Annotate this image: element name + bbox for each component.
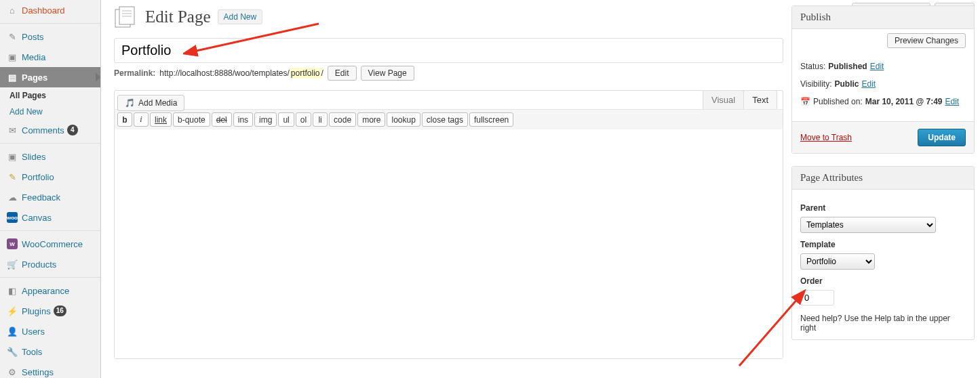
appearance-icon: ◧ [7, 285, 18, 296]
sidebar-pages-submenu: All Pages Add New [0, 87, 100, 120]
move-to-trash-link[interactable]: Move to Trash [800, 133, 852, 142]
toolbar-closetags-button[interactable]: close tags [422, 112, 468, 127]
plug-icon: ⚡ [7, 306, 18, 316]
page-title: Edit Page [145, 7, 211, 26]
toolbar-lookup-button[interactable]: lookup [387, 112, 420, 127]
permalink-url: http://localhost:8888/woo/templates/port… [159, 68, 324, 78]
slides-icon: ▣ [7, 151, 18, 162]
publish-box: Publish Preview Changes Status: Publishe… [791, 5, 975, 154]
permalink-row: Permalink: http://localhost:8888/woo/tem… [114, 66, 783, 81]
sidebar-subitem-add-new[interactable]: Add New [8, 104, 100, 120]
date-edit-link[interactable]: Edit [945, 97, 960, 106]
media-icon: ▣ [7, 51, 18, 62]
sidebar-item-pages[interactable]: ▤Pages [0, 67, 100, 87]
bubble-icon: ☁ [7, 192, 18, 203]
tab-visual[interactable]: Visual [703, 90, 744, 109]
sidebar-item-users[interactable]: 👤Users [0, 321, 100, 341]
sidebar-item-comments[interactable]: ✉Comments4 [0, 120, 100, 140]
pin-icon: ✎ [7, 31, 18, 42]
toolbar-bold-button[interactable]: b [117, 112, 132, 127]
page-attributes-help: Need help? Use the Help tab in the upper… [800, 314, 966, 333]
sidebar-item-tools[interactable]: 🔧Tools [0, 341, 100, 362]
plugins-count-badge: 16 [54, 306, 66, 316]
calendar-icon: 📅 [800, 97, 810, 106]
status-row: Status: Published Edit [800, 62, 966, 71]
toolbar-link-button[interactable]: link [150, 112, 172, 127]
sidebar-item-slides[interactable]: ▣Slides [0, 146, 100, 167]
post-title-input[interactable] [114, 38, 783, 63]
sidebar-item-feedback[interactable]: ☁Feedback [0, 187, 100, 207]
permalink-label: Permalink: [114, 68, 155, 78]
cart-icon: 🛒 [7, 259, 18, 270]
preview-changes-button[interactable]: Preview Changes [887, 33, 966, 48]
toolbar-fullscreen-button[interactable]: fullscreen [469, 112, 513, 127]
published-row: 📅Published on: Mar 10, 2011 @ 7:49 Edit [800, 97, 966, 106]
visibility-row: Visibility: Public Edit [800, 79, 966, 89]
visibility-edit-link[interactable]: Edit [861, 79, 876, 89]
media-icon: 🎵 [125, 98, 135, 108]
toolbar-ins-button[interactable]: ins [233, 112, 253, 127]
sidebar-item-products[interactable]: 🛒Products [0, 254, 100, 274]
order-input[interactable] [800, 290, 834, 306]
toolbar-bquote-button[interactable]: b-quote [173, 112, 210, 127]
toolbar-ol-button[interactable]: ol [296, 112, 311, 127]
sidebar-item-plugins[interactable]: ⚡Plugins16 [0, 301, 100, 321]
sidebar-item-portfolio[interactable]: ✎Portfolio [0, 167, 100, 187]
woo-icon: W [7, 238, 18, 249]
toolbar-li-button[interactable]: li [313, 112, 328, 127]
permalink-edit-button[interactable]: Edit [328, 66, 357, 81]
view-page-button[interactable]: View Page [361, 66, 414, 81]
admin-sidebar: ⌂Dashboard ✎Posts ▣Media ▤Pages All Page… [0, 0, 101, 378]
sidebar-item-dashboard[interactable]: ⌂Dashboard [0, 0, 100, 20]
separator [0, 277, 100, 278]
comment-icon: ✉ [7, 125, 18, 135]
publish-heading[interactable]: Publish [792, 6, 974, 29]
add-new-button[interactable]: Add New [218, 9, 263, 24]
wrench-icon: 🔧 [7, 346, 18, 357]
toolbar-italic-button[interactable]: i [134, 112, 149, 127]
template-label: Template [800, 240, 966, 249]
toolbar-code-button[interactable]: code [329, 112, 356, 127]
editor-toolbar: b i link b-quote del ins img ul ol li co… [115, 109, 783, 129]
main-content: Edit Page Add New Permalink: http://loca… [114, 5, 783, 359]
parent-label: Parent [800, 203, 966, 213]
right-column: Publish Preview Changes Status: Publishe… [791, 5, 975, 352]
sidebar-item-appearance[interactable]: ◧Appearance [0, 280, 100, 301]
parent-select[interactable]: Templates [800, 217, 936, 233]
order-label: Order [800, 276, 966, 286]
toolbar-ul-button[interactable]: ul [278, 112, 294, 127]
sidebar-item-media[interactable]: ▣Media [0, 47, 100, 67]
comments-count-badge: 4 [67, 125, 78, 135]
toolbar-more-button[interactable]: more [357, 112, 385, 127]
page-stack-icon [114, 5, 138, 28]
svg-rect-1 [119, 7, 134, 24]
separator [0, 23, 100, 24]
page-icon: ▤ [7, 72, 18, 83]
page-attributes-heading[interactable]: Page Attributes [792, 167, 974, 190]
toolbar-del-button[interactable]: del [212, 112, 232, 127]
separator [0, 230, 100, 231]
sidebar-item-canvas[interactable]: wooCanvas [0, 207, 100, 228]
page-attributes-box: Page Attributes Parent Templates Templat… [791, 166, 975, 340]
tab-text[interactable]: Text [743, 90, 777, 109]
pencil-icon: ✎ [7, 171, 18, 182]
update-button[interactable]: Update [918, 129, 966, 146]
toolbar-img-button[interactable]: img [254, 112, 277, 127]
sidebar-item-settings[interactable]: ⚙Settings [0, 362, 100, 378]
sidebar-subitem-all-pages[interactable]: All Pages [8, 87, 100, 104]
canvas-icon: woo [7, 212, 18, 223]
users-icon: 👤 [7, 326, 18, 337]
sidebar-item-posts[interactable]: ✎Posts [0, 26, 100, 47]
editor-textarea[interactable] [115, 129, 783, 358]
add-media-button[interactable]: 🎵Add Media [117, 95, 184, 111]
status-edit-link[interactable]: Edit [870, 62, 884, 71]
gear-icon: ⚙ [7, 366, 18, 377]
template-select[interactable]: Portfolio [800, 253, 875, 270]
separator [0, 143, 100, 144]
home-icon: ⌂ [7, 5, 18, 16]
editor-container: 🎵Add Media Visual Text b i link b-quote … [114, 90, 783, 359]
sidebar-item-woocommerce[interactable]: WWooCommerce [0, 234, 100, 254]
editor-tabs: Visual Text [703, 90, 777, 109]
page-header: Edit Page Add New [114, 5, 783, 28]
